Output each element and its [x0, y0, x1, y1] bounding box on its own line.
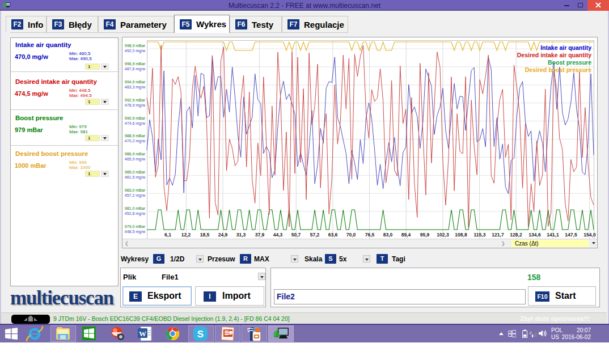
svg-text:S: S — [197, 329, 204, 340]
svg-text:W: W — [139, 329, 146, 338]
